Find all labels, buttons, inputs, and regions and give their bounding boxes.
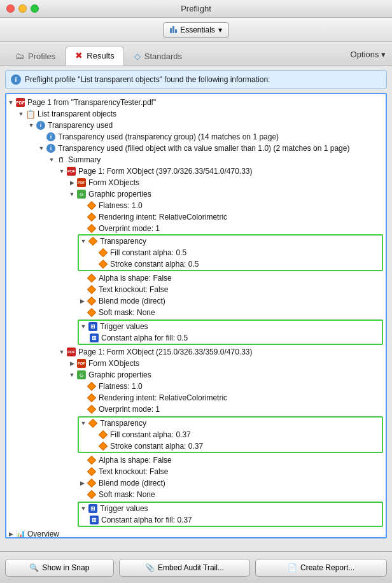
toggle-blend1[interactable]: ▶ xyxy=(78,298,87,304)
toggle-formxobj2[interactable]: ▶ xyxy=(67,360,76,367)
tree-row-trigger2-item[interactable]: ⊞ Constant alpha for fill: 0.37 xyxy=(79,514,382,526)
tree-row-trigger2-hdr[interactable]: ▼ ⊞ Trigger values xyxy=(79,503,382,514)
toggle-page1-form2[interactable]: ▼ xyxy=(57,349,66,355)
toggle-transp-used[interactable]: ▼ xyxy=(27,122,36,129)
transp-group-label: Transparency used (transparency group) (… xyxy=(58,132,279,141)
tree-row-blend1[interactable]: ▶ Blend mode (direct) xyxy=(6,295,386,307)
tree-row-overview[interactable]: ▶ 📊 Overview xyxy=(6,528,386,538)
toggle-stroke-alpha1 xyxy=(89,261,98,267)
tree-row-alpha-shape2[interactable]: Alpha is shape: False xyxy=(6,454,386,466)
tree-row-overprint1[interactable]: Overprint mode: 1 xyxy=(6,223,386,234)
transparency-highlight-box-2: ▼ Transparency Fill constant alpha: 0.37… xyxy=(78,416,383,453)
maximize-button[interactable] xyxy=(31,4,39,13)
toggle-graphic2[interactable]: ▼ xyxy=(67,372,76,378)
formxobj1-label: Form XObjects xyxy=(88,178,139,187)
trigger-icon-2: ⊞ xyxy=(88,503,98,514)
tree-row-flatness1[interactable]: Flatness: 1.0 xyxy=(6,200,386,211)
tree-row-flatness2[interactable]: Flatness: 1.0 xyxy=(6,381,386,392)
fill-alpha1-label: Fill constant alpha: 0.5 xyxy=(110,248,186,257)
tree-row-text-knockout2[interactable]: Text knockout: False xyxy=(6,466,386,477)
transp1-label: Transparency xyxy=(100,237,146,246)
results-icon: ✖ xyxy=(75,50,83,60)
toggle-page1[interactable]: ▼ xyxy=(6,99,15,106)
tree-row-transp1[interactable]: ▼ Transparency xyxy=(79,235,382,247)
show-in-snap-button[interactable]: 🔍 Show in Snap xyxy=(5,559,114,577)
tree-row-text-knockout1[interactable]: Text knockout: False xyxy=(6,284,386,295)
diamond-icon-blend2 xyxy=(87,478,97,488)
tree-row-alpha-shape1[interactable]: Alpha is shape: False xyxy=(6,272,386,284)
essentials-button[interactable]: Essentials ▾ xyxy=(163,22,229,38)
tree-row-page1-form1[interactable]: ▼ PDF Page 1: Form XObject (397.0/326.33… xyxy=(6,165,386,177)
toggle-page1-form1[interactable]: ▼ xyxy=(57,168,66,174)
info-icon-filled: i xyxy=(46,143,56,153)
toggle-text-knockout2 xyxy=(78,468,87,475)
toggle-blend2[interactable]: ▶ xyxy=(78,480,87,486)
toggle-transp2[interactable]: ▼ xyxy=(79,420,88,426)
profiles-icon: 🗂 xyxy=(15,51,24,61)
tree-row-formxobj2[interactable]: ▶ PDF Form XObjects xyxy=(6,358,386,369)
toggle-transp-filled[interactable]: ▼ xyxy=(37,145,46,151)
tree-row-rendering1[interactable]: Rendering intent: RelativeColorimetric xyxy=(6,211,386,223)
toggle-formxobj1[interactable]: ▶ xyxy=(67,179,76,186)
trigger2-item-label: Constant alpha for fill: 0.37 xyxy=(101,516,192,524)
tree-row-blend2[interactable]: ▶ Blend mode (direct) xyxy=(6,477,386,489)
minimize-button[interactable] xyxy=(18,4,27,13)
transparency-used-label: Transparency used xyxy=(48,121,113,130)
toggle-list[interactable]: ▼ xyxy=(17,111,25,117)
overprint1-label: Overprint mode: 1 xyxy=(99,224,160,233)
toggle-transp1[interactable]: ▼ xyxy=(79,238,88,244)
tab-results[interactable]: ✖ Results xyxy=(66,46,123,66)
tree-row-page1-form2[interactable]: ▼ PDF Page 1: Form XObject (215.0/326.33… xyxy=(6,346,386,358)
tree-row-rendering2[interactable]: Rendering intent: RelativeColorimetric xyxy=(6,392,386,404)
tree-row-fill-alpha1[interactable]: Fill constant alpha: 0.5 xyxy=(79,247,382,258)
tree-row-overprint2[interactable]: Overprint mode: 1 xyxy=(6,404,386,415)
tree-row-softmask2[interactable]: Soft mask: None xyxy=(6,489,386,500)
create-report-label: Create Report... xyxy=(300,563,354,572)
tree-row-transp-group[interactable]: i Transparency used (transparency group)… xyxy=(6,131,386,143)
close-button[interactable] xyxy=(6,4,15,13)
toggle-softmask2 xyxy=(78,491,87,498)
info-icon: i xyxy=(11,74,21,85)
embed-audit-trail-button[interactable]: 📎 Embed Audit Trail... xyxy=(119,559,251,577)
info-icon-transp: i xyxy=(36,120,46,130)
toggle-alpha-shape2 xyxy=(78,457,87,463)
tree-row-fill-alpha2[interactable]: Fill constant alpha: 0.37 xyxy=(79,429,382,440)
tree-row-formxobj1[interactable]: ▶ PDF Form XObjects xyxy=(6,177,386,188)
tree-row-transparency-used[interactable]: ▼ i Transparency used xyxy=(6,120,386,131)
tab-standards[interactable]: ◇ Standards xyxy=(125,48,191,66)
create-report-button[interactable]: 📄 Create Report... xyxy=(255,559,387,577)
tree-row-graphic2[interactable]: ▼ G Graphic properties xyxy=(6,369,386,381)
toggle-trigger1[interactable]: ▼ xyxy=(79,323,88,330)
graphic-icon-1: G xyxy=(76,189,87,199)
toggle-trigger2[interactable]: ▼ xyxy=(79,505,88,512)
tree-row-stroke-alpha2[interactable]: Stroke constant alpha: 0.37 xyxy=(79,440,382,452)
tree-row-softmask1[interactable]: Soft mask: None xyxy=(6,307,386,318)
tree-row-list[interactable]: ▼ 📋 List transparent objects xyxy=(6,108,386,120)
snap-icon: 🔍 xyxy=(29,563,39,572)
toggle-flatness2 xyxy=(78,383,87,390)
options-button[interactable]: Options ▾ xyxy=(351,49,386,59)
toggle-rendering1 xyxy=(78,214,87,220)
toggle-graphic1[interactable]: ▼ xyxy=(67,191,76,197)
tree-row-trigger1-hdr[interactable]: ▼ ⊞ Trigger values xyxy=(79,321,382,332)
tree-row-stroke-alpha1[interactable]: Stroke constant alpha: 0.5 xyxy=(79,258,382,270)
tree-row-summary[interactable]: ▼ 🗒 Summary xyxy=(6,154,386,165)
diamond-icon-rendering2 xyxy=(87,393,97,403)
tree-area[interactable]: ▼ PDF Page 1 from "TransparencyTester.pd… xyxy=(5,93,387,538)
tree-row-transp-filled[interactable]: ▼ i Transparency used (filled object wit… xyxy=(6,143,386,154)
toggle-text-knockout1 xyxy=(78,286,87,293)
info-icon-group: i xyxy=(46,132,56,142)
tree-row-transp2[interactable]: ▼ Transparency xyxy=(79,418,382,429)
tree-row-trigger1-item[interactable]: ⊞ Constant alpha for fill: 0.5 xyxy=(79,332,382,344)
tree-row-graphic1[interactable]: ▼ G Graphic properties xyxy=(6,188,386,200)
trigger-icon-1: ⊞ xyxy=(88,321,98,332)
toggle-flatness1 xyxy=(78,202,87,209)
tree-row-page1[interactable]: ▼ PDF Page 1 from "TransparencyTester.pd… xyxy=(6,97,386,108)
toggle-summary[interactable]: ▼ xyxy=(47,157,56,163)
flatness1-label: Flatness: 1.0 xyxy=(99,201,143,210)
toggle-overview[interactable]: ▶ xyxy=(6,531,15,537)
trigger1-item-label: Constant alpha for fill: 0.5 xyxy=(101,334,188,342)
transp2-label: Transparency xyxy=(100,419,146,428)
summary-icon: 🗒 xyxy=(56,155,66,165)
tab-profiles[interactable]: 🗂 Profiles xyxy=(6,47,64,66)
